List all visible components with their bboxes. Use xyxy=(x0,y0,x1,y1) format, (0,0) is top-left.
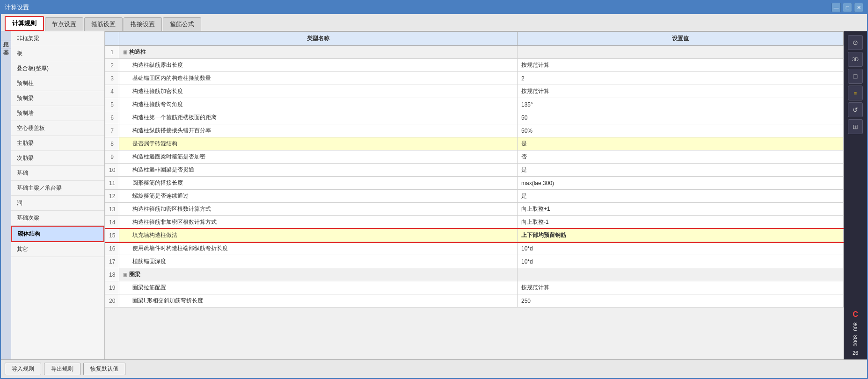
row-set-value[interactable]: 50 xyxy=(518,111,844,124)
basic-tab[interactable]: 基本 xyxy=(1,41,11,49)
row-type-name[interactable]: 构造柱纵筋搭接接头错开百分率 xyxy=(119,124,518,137)
row-set-value[interactable]: 否 xyxy=(518,150,844,164)
left-item-opening[interactable]: 洞 xyxy=(11,196,104,211)
title-bar-left: 计算设置 xyxy=(5,3,29,12)
table-row: 11圆形箍筋的搭接长度max(lae,300) xyxy=(105,177,844,190)
col-set-value: 设置值 xyxy=(518,32,844,46)
row-number: 19 xyxy=(105,281,119,294)
side-label-800: 800 xyxy=(853,322,858,331)
left-item-sub-rib[interactable]: 次肋梁 xyxy=(11,151,104,166)
row-set-value[interactable]: 向上取整+1 xyxy=(518,203,844,216)
table-row: 18▣圈梁 xyxy=(105,268,844,281)
row-set-value[interactable]: 50% xyxy=(518,124,844,137)
row-type-name[interactable]: 植筋锚固深度 xyxy=(119,255,518,268)
side-icon-grid[interactable]: ⊞ xyxy=(848,119,863,134)
row-number: 9 xyxy=(105,150,119,164)
col-num xyxy=(105,32,119,46)
row-set-value[interactable]: 250 xyxy=(518,294,844,307)
row-type-name[interactable]: 构造柱箍筋非加密区根数计算方式 xyxy=(119,216,518,229)
collapse-icon[interactable]: ▣ xyxy=(123,272,127,277)
tab-splice-settings[interactable]: 搭接设置 xyxy=(124,17,162,31)
row-number: 13 xyxy=(105,203,119,216)
row-type-name[interactable]: 填充墙构造柱做法 xyxy=(119,229,518,242)
row-type-name[interactable]: 构造柱箍筋弯勾角度 xyxy=(119,98,518,111)
row-set-value[interactable]: 135° xyxy=(518,98,844,111)
side-icon-layers[interactable]: ≡ xyxy=(848,86,863,100)
row-set-value[interactable]: 按规范计算 xyxy=(518,281,844,294)
table-row: 20圈梁L形相交斜加筋弯折长度250 xyxy=(105,294,844,307)
left-item-foundation-secondary[interactable]: 基础次梁 xyxy=(11,211,104,226)
row-type-name[interactable]: 构造柱箍筋加密长度 xyxy=(119,85,518,98)
row-set-value[interactable]: 2 xyxy=(518,72,844,85)
left-item-precast-column[interactable]: 预制柱 xyxy=(11,76,104,91)
row-type-name[interactable]: 构造柱遇非圈梁是否贯通 xyxy=(119,164,518,177)
side-label-26: 26 xyxy=(853,350,858,356)
minimize-button[interactable]: — xyxy=(832,3,841,12)
row-number: 10 xyxy=(105,164,119,177)
left-item-non-frame-beam[interactable]: 非框架梁 xyxy=(11,31,104,46)
row-type-name[interactable]: 构造柱第一个箍筋距楼板面的距离 xyxy=(119,111,518,124)
table-row: 7构造柱纵筋搭接接头错开百分率50% xyxy=(105,124,844,137)
left-item-main-rib[interactable]: 主肋梁 xyxy=(11,136,104,151)
row-type-name[interactable]: 构造柱箍筋加密区根数计算方式 xyxy=(119,203,518,216)
row-set-value[interactable]: 是 xyxy=(518,164,844,177)
restore-defaults-button[interactable]: 恢复默认值 xyxy=(83,363,125,375)
tab-calc-rules[interactable]: 计算规则 xyxy=(5,16,44,31)
side-icon-3d[interactable]: 3D xyxy=(848,52,863,67)
close-button[interactable]: ✕ xyxy=(854,3,863,12)
row-type-name[interactable]: 是否属于砖混结构 xyxy=(119,137,518,150)
left-item-masonry[interactable]: 砌体结构 xyxy=(11,226,104,242)
left-item-hollow-floor[interactable]: 空心楼盖板 xyxy=(11,121,104,136)
import-rules-button[interactable]: 导入规则 xyxy=(5,363,41,375)
tab-node-settings[interactable]: 节点设置 xyxy=(45,17,83,31)
row-set-value[interactable]: 10*d xyxy=(518,255,844,268)
row-number: 7 xyxy=(105,124,119,137)
bottom-bar: 导入规则 导出规则 恢复默认值 xyxy=(1,359,867,378)
table-row: 15填充墙构造柱做法上下部均预留钢筋 xyxy=(105,229,844,242)
left-item-foundation-beam[interactable]: 基础主梁／承台梁 xyxy=(11,181,104,196)
side-icon-square[interactable]: □ xyxy=(848,69,863,84)
row-set-value[interactable]: 按规范计算 xyxy=(518,85,844,98)
left-panel: 非框架梁 板 叠合板(整厚) 预制柱 预制梁 预制墙 空心楼盖板 主肋梁 次肋梁… xyxy=(11,31,105,359)
left-item-precast-wall[interactable]: 预制墙 xyxy=(11,106,104,121)
row-number: 6 xyxy=(105,111,119,124)
row-set-value[interactable]: 10*d xyxy=(518,242,844,255)
row-type-name[interactable]: 螺旋箍筋是否连续通过 xyxy=(119,190,518,203)
row-number: 15 xyxy=(105,229,119,242)
collapse-icon[interactable]: ▣ xyxy=(123,50,127,55)
row-type-name[interactable]: 圈梁L形相交斜加筋弯折长度 xyxy=(119,294,518,307)
table-row: 6构造柱第一个箍筋距楼板面的距离50 xyxy=(105,111,844,124)
info-tab[interactable]: 信息 xyxy=(1,33,11,41)
export-rules-button[interactable]: 导出规则 xyxy=(44,363,80,375)
left-item-precast-beam[interactable]: 预制梁 xyxy=(11,91,104,106)
row-type-name[interactable]: 圆形箍筋的搭接长度 xyxy=(119,177,518,190)
row-type-name[interactable]: 基础锚固区内的构造柱箍筋数量 xyxy=(119,72,518,85)
table-row: 8是否属于砖混结构是 xyxy=(105,137,844,150)
row-type-name[interactable]: 构造柱纵筋露出长度 xyxy=(119,59,518,72)
row-set-value[interactable]: 是 xyxy=(518,137,844,150)
table-row: 9构造柱遇圈梁时箍筋是否加密否 xyxy=(105,150,844,164)
left-item-slab[interactable]: 板 xyxy=(11,46,104,61)
left-item-other[interactable]: 其它 xyxy=(11,242,104,257)
main-window: 计算设置 — □ ✕ 计算规则 节点设置 箍筋设置 搭接设置 箍筋公式 信息 基… xyxy=(0,0,868,379)
table-container[interactable]: 类型名称 设置值 1▣构造柱2构造柱纵筋露出长度按规范计算3基础锚固区内的构造柱… xyxy=(105,31,844,359)
row-number: 16 xyxy=(105,242,119,255)
side-icon-circle[interactable]: ⊙ xyxy=(848,35,863,50)
row-type-name[interactable]: 圈梁拉筋配置 xyxy=(119,281,518,294)
row-set-value[interactable]: 向上取整-1 xyxy=(518,216,844,229)
tab-stirrup-settings[interactable]: 箍筋设置 xyxy=(84,17,123,31)
row-set-value[interactable]: max(lae,300) xyxy=(518,177,844,190)
row-set-value[interactable]: 按规范计算 xyxy=(518,59,844,72)
row-set-value[interactable]: 上下部均预留钢筋 xyxy=(518,229,844,242)
table-row: 19圈梁拉筋配置按规范计算 xyxy=(105,281,844,294)
left-item-composite-slab[interactable]: 叠合板(整厚) xyxy=(11,61,104,76)
tab-stirrup-formula[interactable]: 箍筋公式 xyxy=(163,17,201,31)
side-icon-refresh[interactable]: ↺ xyxy=(848,102,863,117)
row-type-name[interactable]: 使用疏墙件时构造柱端部纵筋弯折长度 xyxy=(119,242,518,255)
maximize-button[interactable]: □ xyxy=(843,3,852,12)
side-label-c: C xyxy=(853,310,858,319)
row-set-value[interactable]: 是 xyxy=(518,190,844,203)
left-item-foundation[interactable]: 基础 xyxy=(11,166,104,181)
table-row: 3基础锚固区内的构造柱箍筋数量2 xyxy=(105,72,844,85)
row-type-name[interactable]: 构造柱遇圈梁时箍筋是否加密 xyxy=(119,150,518,164)
